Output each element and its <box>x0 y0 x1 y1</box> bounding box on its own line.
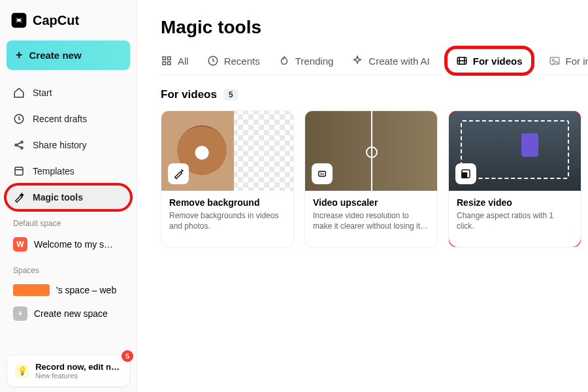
tabs: All Recents Trending Create with AI For … <box>161 52 588 75</box>
card-title: Video upscaler <box>313 197 429 208</box>
tab-create-ai[interactable]: Create with AI <box>351 52 429 69</box>
card-desc: Increase video resolution to make it cle… <box>313 210 429 231</box>
tab-for-videos[interactable]: For videos <box>448 52 531 69</box>
card-desc: Remove backgrounds in videos and photos. <box>169 210 286 231</box>
record-subtitle: New features <box>35 372 122 380</box>
section-count: 5 <box>223 89 238 101</box>
card-grid: Remove background Remove backgrounds in … <box>161 110 588 248</box>
card-resize-video[interactable]: Resize video Change aspect ratios with 1… <box>448 110 581 248</box>
nav: Start Recent drafts Share history Templa… <box>7 80 130 210</box>
film-icon <box>456 55 468 67</box>
upscale-icon: 2x <box>312 163 333 184</box>
wand-icon <box>168 163 189 184</box>
bulb-icon: 💡 <box>15 364 29 378</box>
create-space-label: Create new space <box>34 308 108 319</box>
notification-badge: 5 <box>122 350 133 362</box>
resize-icon <box>455 163 476 184</box>
wand-icon <box>13 191 25 203</box>
templates-icon <box>13 165 25 177</box>
nav-label: Recent drafts <box>33 114 87 124</box>
clock-icon <box>13 113 25 125</box>
nav-label: Start <box>33 88 52 98</box>
card-thumbnail: 2x <box>305 111 437 191</box>
create-new-button[interactable]: + Create new <box>7 41 130 70</box>
card-title: Remove background <box>169 197 286 208</box>
default-space-item[interactable]: W Welcome to my s… <box>7 232 130 257</box>
card-thumbnail <box>449 111 581 191</box>
svg-point-13 <box>552 59 554 61</box>
default-space-label: Default space <box>7 210 130 232</box>
svg-point-4 <box>21 147 23 149</box>
svg-text:2x: 2x <box>320 172 324 176</box>
nav-start[interactable]: Start <box>7 80 130 105</box>
tab-label: For videos <box>473 56 523 67</box>
create-space-button[interactable]: + Create new space <box>7 301 130 326</box>
space-avatar-redacted <box>13 284 50 296</box>
grid-icon <box>161 55 172 67</box>
nav-templates[interactable]: Templates <box>7 159 130 184</box>
image-icon <box>549 55 561 67</box>
space-name: Welcome to my s… <box>34 239 113 250</box>
clock-icon <box>207 55 219 67</box>
nav-magic-tools[interactable]: Magic tools <box>7 185 130 210</box>
tab-for-images[interactable]: For images <box>549 52 588 69</box>
nav-label: Share history <box>33 140 86 150</box>
sidebar: CapCut + Create new Start Recent drafts … <box>0 0 137 392</box>
tab-label: For images <box>566 56 588 67</box>
tab-trending[interactable]: Trending <box>278 52 334 69</box>
tab-label: Recents <box>224 56 260 67</box>
tab-all[interactable]: All <box>161 52 189 69</box>
plus-icon: + <box>16 48 23 62</box>
nav-label: Magic tools <box>33 192 83 203</box>
home-icon <box>13 87 25 99</box>
svg-rect-8 <box>163 62 166 65</box>
tab-label: All <box>178 56 189 67</box>
main: Magic tools All Recents Trending Create … <box>137 0 588 392</box>
record-title: Record now, edit no… <box>35 362 122 372</box>
record-now-card[interactable]: 💡 Record now, edit no… New features 5 <box>7 355 130 387</box>
create-new-label: Create new <box>29 50 82 61</box>
nav-label: Templates <box>33 166 74 176</box>
card-thumbnail <box>161 111 293 191</box>
svg-rect-17 <box>462 173 467 178</box>
logo-icon <box>10 12 27 29</box>
svg-rect-5 <box>15 167 23 175</box>
card-title: Resize video <box>457 197 573 208</box>
svg-rect-6 <box>163 57 166 60</box>
card-remove-background[interactable]: Remove background Remove backgrounds in … <box>161 110 294 248</box>
svg-rect-7 <box>168 57 171 60</box>
svg-point-3 <box>21 141 23 143</box>
card-video-upscaler[interactable]: 2x Video upscaler Increase video resolut… <box>304 110 438 248</box>
page-title: Magic tools <box>161 17 588 38</box>
space-name-suffix: 's space – web <box>56 285 116 295</box>
spaces-label: Spaces <box>7 257 130 279</box>
space-item[interactable]: 's space – web <box>7 279 130 301</box>
sparkle-icon <box>351 55 363 67</box>
tab-recents[interactable]: Recents <box>207 52 260 69</box>
svg-rect-9 <box>168 62 171 65</box>
brand-name: CapCut <box>33 13 79 28</box>
space-avatar: W <box>13 237 27 252</box>
nav-share-history[interactable]: Share history <box>7 133 130 157</box>
section-header: For videos 5 <box>161 88 588 101</box>
svg-point-2 <box>15 144 17 146</box>
flame-icon <box>278 55 290 67</box>
plus-icon: + <box>13 306 27 321</box>
logo[interactable]: CapCut <box>7 12 130 41</box>
share-icon <box>13 139 25 151</box>
tab-label: Trending <box>295 56 334 67</box>
section-title: For videos <box>161 88 217 101</box>
tab-label: Create with AI <box>368 56 429 67</box>
card-desc: Change aspect ratios with 1 click. <box>457 210 573 231</box>
nav-recent-drafts[interactable]: Recent drafts <box>7 106 130 131</box>
